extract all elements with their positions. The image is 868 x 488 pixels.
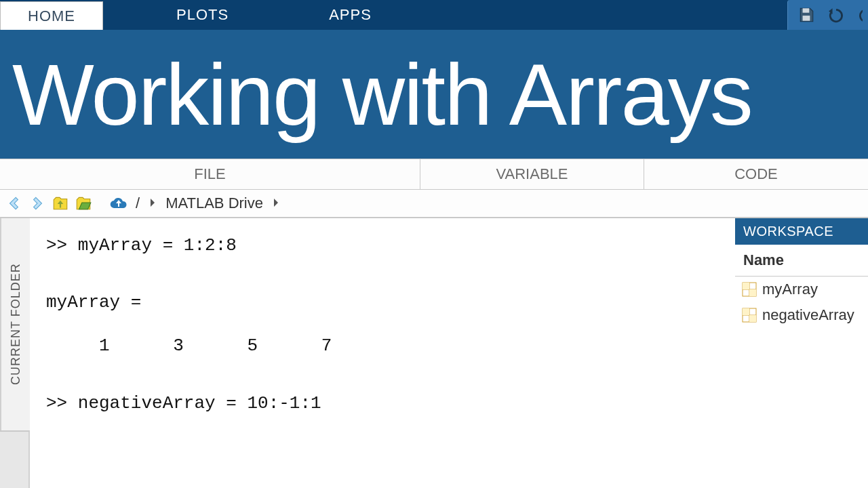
command-input-line: >> negativeArray = 10:-1:1 xyxy=(46,388,719,418)
cloud-icon[interactable] xyxy=(108,193,129,214)
svg-rect-11 xyxy=(749,315,756,322)
title-banner: Working with Arrays xyxy=(0,30,868,159)
section-code: CODE xyxy=(644,159,868,189)
workspace-variable-name: myArray xyxy=(762,281,818,298)
workspace-variable-name: negativeArray xyxy=(762,306,854,324)
sidebar-spacer xyxy=(0,430,30,488)
breadcrumb-drive[interactable]: MATLAB Drive xyxy=(165,195,263,212)
address-bar: / MATLAB Drive xyxy=(0,190,868,218)
svg-rect-1 xyxy=(803,16,810,21)
quick-access-toolbar xyxy=(787,0,868,30)
save-icon[interactable] xyxy=(797,6,815,24)
workspace-variable[interactable]: negativeArray xyxy=(735,302,868,328)
banner-title: Working with Arrays xyxy=(12,45,752,144)
nav-forward-icon[interactable] xyxy=(27,193,47,214)
output-varname: myArray = xyxy=(46,287,719,317)
variable-icon xyxy=(742,282,757,297)
output-values: 1 3 5 7 xyxy=(46,331,719,361)
workspace-variable[interactable]: myArray xyxy=(735,277,868,302)
redo-icon[interactable] xyxy=(857,6,863,24)
svg-rect-10 xyxy=(743,308,749,315)
svg-rect-0 xyxy=(803,8,810,13)
command-input-line: >> myArray = 1:2:8 xyxy=(46,230,719,260)
workspace-panel: WORKSPACE Name myArray negativeArray xyxy=(735,218,868,488)
svg-rect-6 xyxy=(749,289,756,296)
current-folder-panel-tab[interactable]: CURRENT FOLDER xyxy=(0,218,30,430)
folder-up-icon[interactable] xyxy=(50,193,71,214)
svg-rect-5 xyxy=(743,283,749,289)
chevron-right-icon xyxy=(149,198,156,209)
workspace-column-name[interactable]: Name xyxy=(735,245,868,277)
variable-icon xyxy=(742,308,757,323)
main-area: CURRENT FOLDER >> myArray = 1:2:8 myArra… xyxy=(0,218,868,488)
tab-plots[interactable]: PLOTS xyxy=(149,0,256,30)
breadcrumb-root[interactable]: / xyxy=(136,195,140,212)
toolstrip-sections: FILE VARIABLE CODE xyxy=(0,159,868,190)
workspace-header: WORKSPACE xyxy=(735,218,868,245)
section-variable: VARIABLE xyxy=(420,159,644,189)
section-file: FILE xyxy=(0,159,420,189)
command-window[interactable]: >> myArray = 1:2:8 myArray = 1 3 5 7 >> … xyxy=(30,218,735,488)
tab-apps[interactable]: APPS xyxy=(302,0,399,30)
browse-folder-icon[interactable] xyxy=(73,193,94,214)
nav-back-icon[interactable] xyxy=(4,193,24,214)
chevron-right-icon xyxy=(273,198,279,209)
main-tabstrip: HOME PLOTS APPS xyxy=(0,0,868,30)
undo-icon[interactable] xyxy=(827,6,845,24)
tab-home[interactable]: HOME xyxy=(0,1,103,30)
